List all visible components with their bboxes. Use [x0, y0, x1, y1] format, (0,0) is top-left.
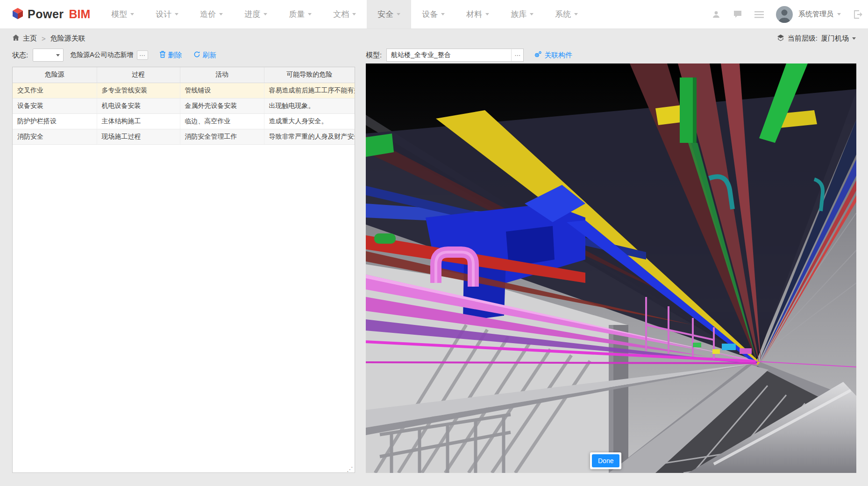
col-header-risk: 可能导致的危险 — [264, 67, 355, 83]
cube-logo-icon — [12, 7, 23, 21]
model-label: 模型: — [366, 51, 382, 60]
brand-logo[interactable]: PowerBIM — [0, 7, 90, 21]
model-select-field[interactable]: 航站楼_全专业_整合 ⋯ — [386, 49, 524, 62]
hazard-table-panel: 危险源 过程 活动 可能导致的危险 交叉作业 多专业管线安装 管线铺设 容易造成… — [12, 67, 355, 473]
nav-item-family-library[interactable]: 族库 — [500, 0, 544, 28]
dataset-name: 危险源A公司动态新增 — [70, 51, 133, 59]
breadcrumb-bar: 主页 > 危险源关联 当前层级: 厦门机场 — [0, 29, 868, 48]
table-row[interactable]: 防护护栏搭设 主体结构施工 临边、高空作业 造成重大人身安全。 — [13, 113, 355, 129]
chevron-down-icon — [219, 13, 223, 15]
topbar-actions: 系统管理员 — [711, 6, 868, 23]
app-root: PowerBIM 模型 设计 造价 进度 质量 文档 安全 设备 材料 族库 系… — [0, 0, 868, 486]
building-icon — [777, 34, 784, 42]
user-menu[interactable]: 系统管理员 — [798, 10, 841, 19]
nav-item-document[interactable]: 文档 — [322, 0, 367, 28]
model-ellipsis-button[interactable]: ⋯ — [511, 49, 523, 61]
col-header-process: 过程 — [97, 67, 180, 83]
breadcrumb-home[interactable]: 主页 — [23, 34, 37, 43]
bim-scene-rendering — [366, 63, 856, 473]
nav-label: 设计 — [156, 9, 171, 20]
nav-item-safety[interactable]: 安全 — [367, 0, 411, 28]
table-row[interactable]: 消防安全 现场施工过程 消防安全管理工作 导致非常严重的人身及财产安全事 — [13, 129, 355, 144]
cell-risk: 导致非常严重的人身及财产安全事 — [264, 129, 355, 144]
trash-icon — [159, 51, 166, 59]
done-popup: Done — [590, 452, 621, 469]
nav-label: 模型 — [111, 9, 127, 20]
chevron-down-icon — [530, 13, 534, 15]
nav-label: 造价 — [200, 9, 216, 20]
nav-label: 材料 — [466, 9, 482, 20]
nav-item-cost[interactable]: 造价 — [189, 0, 234, 28]
user-icon[interactable] — [711, 10, 721, 19]
chevron-down-icon — [837, 13, 841, 15]
chevron-down-icon — [852, 37, 856, 40]
cell-hazard: 防护护栏搭设 — [13, 113, 97, 129]
dataset-ellipsis-button[interactable]: ⋯ — [137, 50, 148, 60]
cell-activity: 金属外壳设备安装 — [180, 98, 264, 113]
model-toolbar: 模型: 航站楼_全专业_整合 ⋯ 关联构件 — [366, 48, 572, 62]
status-select[interactable] — [33, 49, 64, 62]
level-label: 当前层级: — [788, 34, 818, 43]
link-components-label: 关联构件 — [544, 51, 572, 60]
home-icon — [12, 34, 20, 42]
cell-process: 机电设备安装 — [97, 98, 180, 113]
chevron-down-icon — [574, 13, 578, 15]
table-row[interactable]: 交叉作业 多专业管线安装 管线铺设 容易造成前后施工工序不能有效衔 — [13, 83, 355, 98]
delete-label: 删除 — [168, 51, 182, 60]
logout-icon[interactable] — [853, 10, 862, 19]
chevron-down-icon — [263, 13, 267, 15]
chevron-down-icon — [308, 13, 312, 15]
nav-item-material[interactable]: 材料 — [455, 0, 500, 28]
hazard-table: 危险源 过程 活动 可能导致的危险 交叉作业 多专业管线安装 管线铺设 容易造成… — [13, 67, 355, 145]
cell-process: 现场施工过程 — [97, 129, 180, 144]
refresh-label: 刷新 — [203, 51, 217, 60]
nav-label: 系统 — [555, 9, 571, 20]
hazard-toolbar: 状态: 危险源A公司动态新增 ⋯ 删除 刷新 — [12, 48, 217, 62]
chat-icon[interactable] — [733, 10, 742, 19]
top-navigation-bar: PowerBIM 模型 设计 造价 进度 质量 文档 安全 设备 材料 族库 系… — [0, 0, 868, 29]
nav-item-schedule[interactable]: 进度 — [234, 0, 278, 28]
breadcrumb: 主页 > 危险源关联 — [12, 34, 85, 43]
cell-activity: 临边、高空作业 — [180, 113, 264, 129]
avatar[interactable] — [776, 6, 793, 23]
model-viewer-3d[interactable]: Done — [366, 63, 856, 473]
cell-hazard: 交叉作业 — [13, 83, 97, 98]
brand-name-power: Power — [28, 7, 64, 21]
level-value: 厦门机场 — [821, 34, 849, 43]
nav-item-equipment[interactable]: 设备 — [411, 0, 455, 28]
nav-item-quality[interactable]: 质量 — [278, 0, 322, 28]
col-header-activity: 活动 — [180, 67, 264, 83]
chevron-down-icon — [175, 13, 178, 15]
refresh-button[interactable]: 刷新 — [193, 51, 217, 60]
cell-activity: 消防安全管理工作 — [180, 129, 264, 144]
nav-label: 进度 — [244, 9, 260, 20]
gear-link-icon — [534, 51, 542, 60]
brand-name-bim: BIM — [69, 7, 91, 21]
chevron-down-icon — [397, 13, 400, 15]
cell-hazard: 设备安装 — [13, 98, 97, 113]
nav-item-design[interactable]: 设计 — [145, 0, 189, 28]
resize-handle[interactable]: ⋰ — [347, 465, 353, 473]
chevron-down-icon — [441, 13, 445, 15]
table-header-row: 危险源 过程 活动 可能导致的危险 — [13, 67, 355, 83]
chevron-down-icon — [485, 13, 489, 15]
delete-button[interactable]: 删除 — [159, 51, 182, 60]
col-header-hazard: 危险源 — [13, 67, 97, 83]
refresh-icon — [193, 51, 200, 59]
cell-process: 主体结构施工 — [97, 113, 180, 129]
breadcrumb-current: 危险源关联 — [50, 34, 85, 43]
nav-item-system[interactable]: 系统 — [544, 0, 589, 28]
done-button[interactable]: Done — [592, 454, 619, 467]
chevron-down-icon — [56, 54, 60, 56]
table-row[interactable]: 设备安装 机电设备安装 金属外壳设备安装 出现触电现象。 — [13, 98, 355, 113]
main-menu: 模型 设计 造价 进度 质量 文档 安全 设备 材料 族库 系统 — [100, 0, 589, 28]
list-icon[interactable] — [754, 11, 764, 18]
breadcrumb-separator: > — [42, 35, 46, 42]
chevron-down-icon — [130, 13, 134, 15]
nav-label: 文档 — [333, 9, 349, 20]
nav-item-model[interactable]: 模型 — [100, 0, 145, 28]
cell-risk: 造成重大人身安全。 — [264, 113, 355, 129]
level-picker[interactable]: 当前层级: 厦门机场 — [777, 34, 856, 43]
cell-hazard: 消防安全 — [13, 129, 97, 144]
link-components-button[interactable]: 关联构件 — [534, 51, 572, 60]
